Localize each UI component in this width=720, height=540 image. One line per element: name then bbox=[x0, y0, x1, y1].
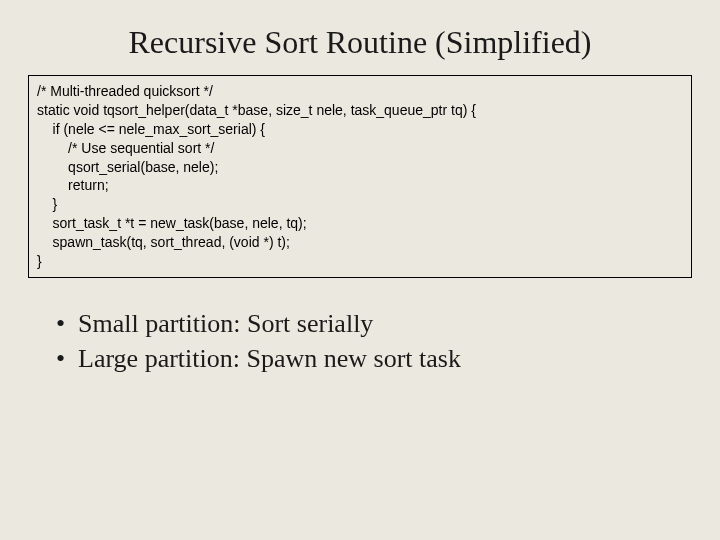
list-item: • Large partition: Spawn new sort task bbox=[56, 341, 692, 376]
slide-title: Recursive Sort Routine (Simplified) bbox=[28, 24, 692, 61]
bullet-dot-icon: • bbox=[56, 306, 78, 341]
code-block: /* Multi-threaded quicksort */ static vo… bbox=[28, 75, 692, 278]
bullet-list: • Small partition: Sort serially • Large… bbox=[28, 306, 692, 376]
bullet-dot-icon: • bbox=[56, 341, 78, 376]
list-item: • Small partition: Sort serially bbox=[56, 306, 692, 341]
slide: Recursive Sort Routine (Simplified) /* M… bbox=[0, 0, 720, 540]
bullet-text: Large partition: Spawn new sort task bbox=[78, 341, 461, 376]
bullet-text: Small partition: Sort serially bbox=[78, 306, 373, 341]
